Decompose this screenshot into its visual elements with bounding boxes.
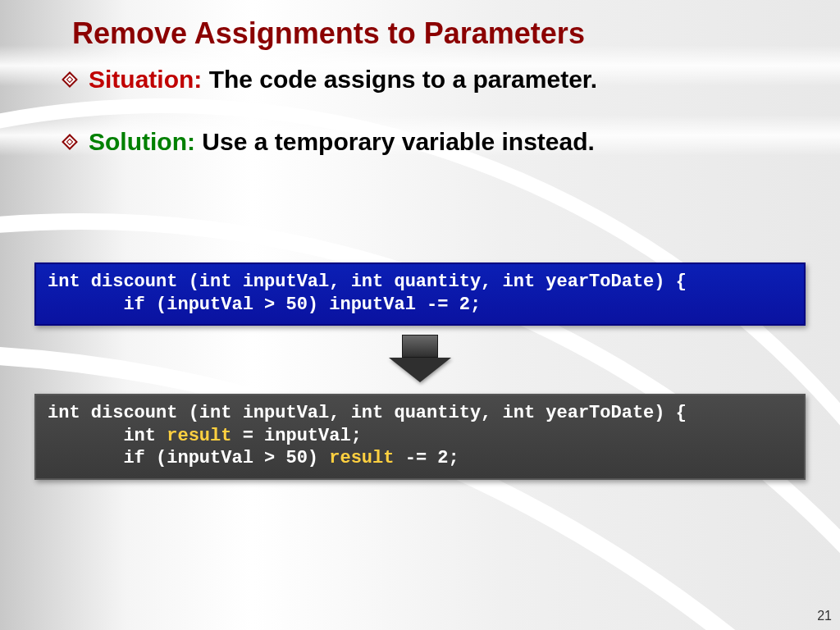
code-after-box: int discount (int inputVal, int quantity… (34, 394, 806, 480)
highlight: result (329, 448, 394, 468)
code-line: if (inputVal > 50) result -= 2; (48, 448, 459, 468)
situation-text: The code assigns to a parameter. (209, 66, 598, 93)
solution-label: Solution: (89, 128, 195, 155)
bullet-list: Situation: The code assigns to a paramet… (64, 64, 791, 188)
bullet-situation: Situation: The code assigns to a paramet… (64, 64, 791, 95)
bullet-icon (62, 134, 78, 150)
page-title: Remove Assignments to Parameters (72, 16, 585, 51)
bullet-text: Situation: The code assigns to a paramet… (89, 64, 597, 95)
bullet-icon (62, 71, 78, 88)
page-number: 21 (817, 609, 832, 623)
solution-text: Use a temporary variable instead. (202, 128, 595, 155)
down-arrow-icon (389, 335, 451, 382)
bullet-solution: Solution: Use a temporary variable inste… (64, 126, 791, 158)
code-before-box: int discount (int inputVal, int quantity… (34, 262, 806, 326)
code-line: int result = inputVal; (48, 426, 362, 446)
situation-label: Situation: (89, 66, 202, 93)
code-line: int discount (int inputVal, int quantity… (48, 272, 687, 292)
bullet-text: Solution: Use a temporary variable inste… (89, 126, 595, 158)
slide: Remove Assignments to Parameters Situati… (0, 0, 840, 630)
highlight: result (167, 426, 231, 446)
code-line: if (inputVal > 50) inputVal -= 2; (48, 294, 481, 315)
code-line: int discount (int inputVal, int quantity… (48, 403, 687, 423)
